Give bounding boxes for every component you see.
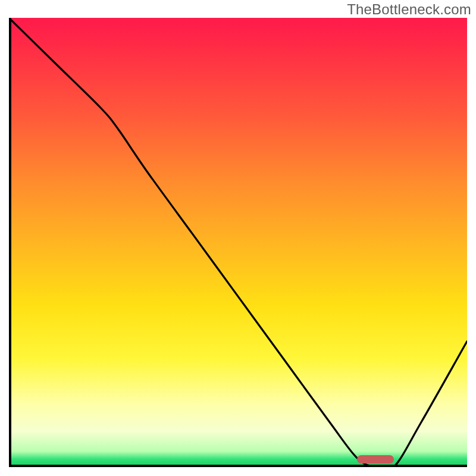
chart-area: [9, 18, 467, 467]
y-axis: [9, 18, 11, 467]
optimal-range-marker: [357, 455, 394, 464]
curve-svg: [9, 18, 467, 467]
watermark-text: TheBottleneck.com: [347, 1, 471, 18]
x-axis: [9, 465, 467, 467]
bottleneck-curve: [9, 18, 467, 467]
